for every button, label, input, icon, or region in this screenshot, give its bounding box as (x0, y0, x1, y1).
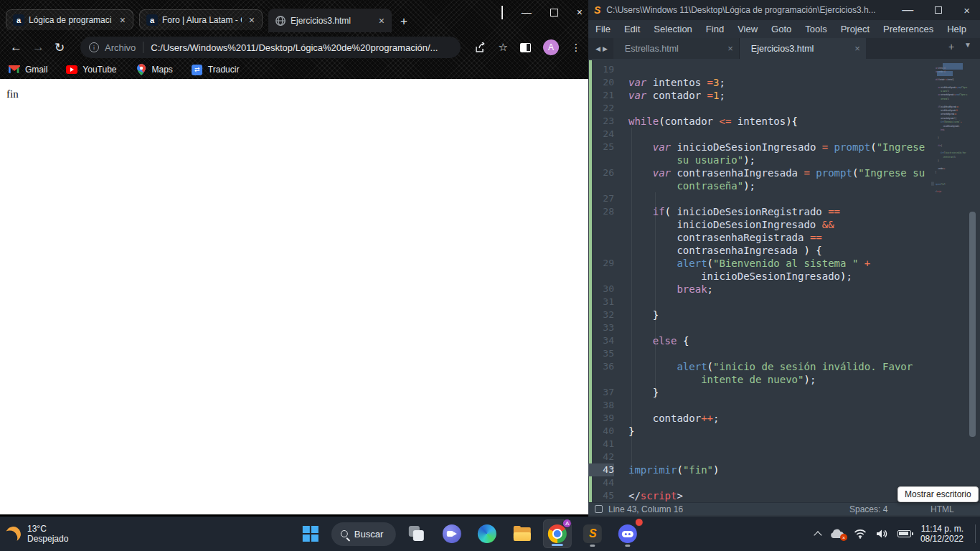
code-row: 38 (588, 399, 947, 412)
reload-icon[interactable]: ↻ (55, 40, 65, 55)
show-desktop-strip[interactable] (975, 524, 976, 543)
file-explorer-button[interactable] (508, 519, 537, 548)
editor-close-button[interactable]: × (963, 4, 970, 17)
editor-new-tab-icon[interactable]: + (948, 41, 954, 52)
browser-tab[interactable]: aForo | Alura Latam - C× (139, 9, 263, 30)
tab-close-icon[interactable]: × (376, 15, 387, 27)
code-row: 21var contador =1; (588, 89, 947, 102)
address-bar[interactable]: i Archivo C:/Users/Windows%2011/Desktop/… (80, 37, 461, 58)
address-url[interactable]: C:/Users/Windows%2011/Desktop/Lógica%20d… (151, 42, 438, 53)
gutter-line-number (588, 154, 614, 166)
page-body-text: fin (6, 88, 19, 100)
editor-tab[interactable]: Estrellas.html× (613, 38, 740, 59)
translate-icon: ⇄ (192, 64, 203, 75)
forward-icon[interactable]: → (32, 40, 44, 55)
battery-icon[interactable] (897, 530, 911, 537)
menu-preferences[interactable]: Preferences (883, 24, 933, 34)
close-button[interactable]: × (577, 6, 583, 18)
sublime-button[interactable]: S (578, 519, 607, 548)
code-row: 45</script> (588, 489, 947, 502)
address-separator (143, 42, 143, 53)
back-icon[interactable]: ← (10, 40, 22, 55)
edge-button[interactable] (473, 519, 501, 548)
editor-tab-label: Ejercicios3.html (751, 44, 854, 54)
tab-close-icon[interactable]: × (117, 14, 128, 26)
menu-find[interactable]: Find (706, 24, 724, 34)
browser-tab[interactable]: Ejercicios3.html× (268, 9, 392, 32)
globe-icon (275, 15, 286, 27)
task-view-button[interactable] (402, 519, 431, 548)
side-panel-icon[interactable] (520, 43, 531, 52)
panel-switch-icon[interactable] (595, 505, 603, 513)
minimize-button[interactable]: — (522, 6, 532, 18)
clock-time: 11:14 p. m. (921, 524, 963, 534)
minimap[interactable]: var intentos =3;var contador =1;while(co… (931, 62, 971, 205)
menu-edit[interactable]: Edit (624, 24, 640, 34)
bookmark-star-icon[interactable]: ☆ (499, 41, 508, 54)
gutter-line-number: 26 (588, 166, 614, 179)
bookmark-traducir[interactable]: ⇄Traducir (192, 64, 240, 75)
gutter-line-number-current: 43 (588, 463, 614, 476)
tab-close-icon[interactable]: × (246, 14, 258, 26)
browser-tab[interactable]: aLógica de programaci× (6, 9, 133, 30)
menu-tools[interactable]: Tools (805, 24, 826, 34)
page-info-icon[interactable]: i (89, 42, 99, 52)
gutter-line-number (588, 373, 614, 386)
chat-button[interactable] (438, 519, 466, 548)
browser-window: aLógica de programaci×aForo | Alura Lata… (0, 0, 588, 517)
clock-widget[interactable]: 11:14 p. m. 08/12/2022 (920, 524, 963, 544)
editor-scrollbar[interactable] (969, 212, 976, 437)
chrome-button[interactable]: A (543, 519, 572, 548)
windows-logo-icon (303, 526, 319, 542)
menu-file[interactable]: File (595, 24, 611, 34)
code-row: 31 (588, 296, 947, 309)
gutter-line-number (588, 270, 614, 283)
share-icon[interactable] (475, 42, 486, 53)
start-button[interactable] (296, 519, 325, 548)
code-editor-area[interactable]: 1920var intentos =3;21var contador =1;22… (588, 59, 980, 502)
code-row: 22 (588, 102, 947, 115)
tab-history-arrows[interactable]: ◀▶ (588, 45, 613, 59)
bookmark-youtube[interactable]: YouTube (66, 64, 116, 75)
gutter-line-number: 38 (588, 399, 614, 412)
browser-menu-icon[interactable]: ⋮ (571, 42, 581, 53)
bookmark-maps[interactable]: Maps (136, 64, 173, 75)
code-row: contrasenhaIngresada ) { (588, 244, 947, 257)
menu-help[interactable]: Help (947, 24, 966, 34)
code-row: 41 (588, 438, 947, 451)
bookmark-gmail[interactable]: Gmail (9, 64, 47, 75)
editor-window: S C:\Users\Windows 11\Desktop\Lógica de … (588, 0, 980, 517)
gutter-line-number (588, 179, 614, 192)
profile-avatar[interactable]: A (543, 39, 559, 55)
menu-view[interactable]: View (738, 24, 758, 34)
wifi-icon[interactable] (854, 529, 867, 539)
discord-button[interactable] (613, 519, 642, 548)
menu-selection[interactable]: Selection (654, 24, 692, 34)
tab-search-icon[interactable] (501, 6, 503, 19)
new-tab-button[interactable]: + (400, 14, 407, 29)
menu-project[interactable]: Project (841, 24, 870, 34)
code-row: 30 break; (588, 283, 947, 296)
editor-tab-close-icon[interactable]: × (727, 43, 733, 54)
onedrive-icon[interactable]: × (830, 529, 844, 539)
indent-setting-label[interactable]: Spaces: 4 (849, 504, 887, 514)
volume-icon[interactable] (876, 529, 888, 539)
editor-titlebar: S C:\Users\Windows 11\Desktop\Lógica de … (588, 0, 980, 20)
gutter-line-number: 29 (588, 257, 614, 270)
search-box[interactable]: Buscar (331, 522, 396, 546)
syntax-label[interactable]: HTML (930, 504, 954, 514)
weather-widget[interactable]: 13°C Despejado (6, 517, 68, 551)
gutter-line-number: 23 (588, 115, 614, 128)
gutter-line-number: 32 (588, 309, 614, 321)
maximize-button[interactable] (550, 9, 558, 17)
editor-tab[interactable]: Ejercicios3.html× (740, 38, 866, 59)
cursor-position-label[interactable]: Line 43, Column 16 (608, 504, 683, 514)
editor-tab-list-icon[interactable]: ▼ (964, 41, 971, 52)
tray-overflow-icon[interactable] (814, 531, 821, 539)
editor-maximize-button[interactable] (935, 6, 942, 14)
moon-weather-icon (4, 524, 23, 543)
editor-tabbar: ◀▶ Estrellas.html×Ejercicios3.html× + ▼ (588, 38, 980, 59)
menu-goto[interactable]: Goto (771, 24, 791, 34)
editor-tab-close-icon[interactable]: × (854, 43, 860, 54)
editor-minimize-button[interactable]: — (902, 4, 913, 17)
